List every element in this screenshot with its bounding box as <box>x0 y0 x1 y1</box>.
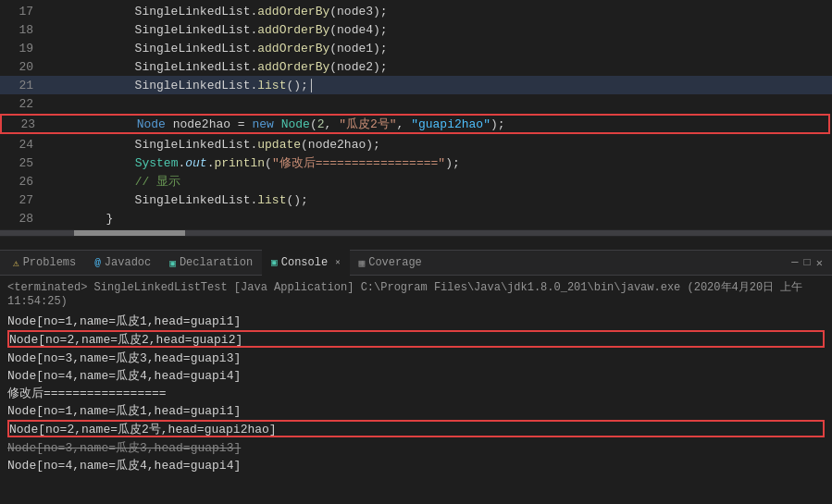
problems-icon: ⚠ <box>13 257 19 269</box>
scrollbar-track[interactable] <box>0 230 832 236</box>
line-num-17: 17 <box>0 5 44 18</box>
tab-declaration[interactable]: ▣ Declaration <box>160 250 262 276</box>
tab-console-close: ✕ <box>335 257 340 267</box>
line-content-17: SingleLinkedList.addOrderBy(node3); <box>44 5 388 18</box>
code-line-20: 20 SingleLinkedList.addOrderBy(node2); <box>0 57 832 76</box>
tab-actions: — □ ✕ <box>791 256 828 270</box>
tab-javadoc-label: Javadoc <box>105 256 151 269</box>
line-num-20: 20 <box>0 60 44 74</box>
console-line-3: Node[no=3,name=瓜皮3,head=guapi3] <box>7 349 825 366</box>
line-content-19: SingleLinkedList.addOrderBy(node1); <box>44 42 388 55</box>
console-area: <terminated> SingleLinkedListTest [Java … <box>0 276 832 477</box>
minimize-icon[interactable]: — <box>791 256 798 269</box>
tab-problems-label: Problems <box>23 256 77 269</box>
tab-coverage[interactable]: ▦ Coverage <box>350 250 431 276</box>
code-line-22: 22 <box>0 94 832 113</box>
line-num-28: 28 <box>0 212 44 226</box>
coverage-icon: ▦ <box>359 257 366 269</box>
console-line-4: Node[no=4,name=瓜皮4,head=guapi4] <box>7 366 825 384</box>
code-lines: 17 SingleLinkedList.addOrderBy(node3); 1… <box>0 0 832 229</box>
code-line-27: 27 SingleLinkedList.list(); <box>0 191 832 209</box>
code-line-26: 26 // 显示 <box>0 172 832 191</box>
line-content-27: SingleLinkedList.list(); <box>44 193 308 207</box>
line-content-23: Node node2hao = new Node(2, "瓜皮2号", "gua… <box>46 116 505 132</box>
line-num-26: 26 <box>0 175 44 189</box>
console-line-8: Node[no=3,name=瓜皮3,head=guapi3] <box>7 438 825 456</box>
console-wrapper: <terminated> SingleLinkedListTest [Java … <box>0 276 832 504</box>
console-line-6: Node[no=1,name=瓜皮1,head=guapi1] <box>7 401 825 419</box>
console-line-5: 修改后================= <box>7 384 825 401</box>
console-line-7-redbox: Node[no=2,name=瓜皮2号,head=guapi2hao] <box>7 420 825 437</box>
console-terminated-header: <terminated> SingleLinkedListTest [Java … <box>7 279 825 308</box>
tab-coverage-label: Coverage <box>368 256 422 269</box>
tab-problems[interactable]: ⚠ Problems <box>4 250 85 276</box>
javadoc-icon: @ <box>94 257 101 268</box>
line-num-27: 27 <box>0 193 44 207</box>
console-line-1: Node[no=1,name=瓜皮1,head=guapi1] <box>7 312 825 329</box>
line-content-18: SingleLinkedList.addOrderBy(node4); <box>44 23 388 37</box>
code-line-23-wrapper: 23 Node node2hao = new Node(2, "瓜皮2号", "… <box>0 114 830 134</box>
line-num-22: 22 <box>0 97 44 111</box>
tab-declaration-label: Declaration <box>180 256 253 269</box>
console-line-2-redbox: Node[no=2,name=瓜皮2,head=guapi2] <box>7 330 825 348</box>
line-num-19: 19 <box>0 42 44 55</box>
line-content-21: SingleLinkedList.list();│ <box>44 79 316 92</box>
code-line-19: 19 SingleLinkedList.addOrderBy(node1); <box>0 39 832 57</box>
line-content-26: // 显示 <box>44 173 180 190</box>
tab-console-label: Console <box>281 256 328 269</box>
declaration-icon: ▣ <box>169 257 176 269</box>
code-editor: 17 SingleLinkedList.addOrderBy(node3); 1… <box>0 0 832 250</box>
line-content-24: SingleLinkedList.update(node2hao); <box>44 138 380 152</box>
line-content-20: SingleLinkedList.addOrderBy(node2); <box>44 60 388 74</box>
close-view-icon[interactable]: ✕ <box>816 256 823 270</box>
scrollbar-thumb[interactable] <box>74 230 185 236</box>
console-icon: ▣ <box>271 256 278 268</box>
code-line-28: 28 } <box>0 209 832 227</box>
code-line-17: 17 SingleLinkedList.addOrderBy(node3); <box>0 2 832 20</box>
line-num-24: 24 <box>0 138 44 152</box>
line-num-18: 18 <box>0 23 44 37</box>
line-content-22 <box>44 97 56 111</box>
line-num-23: 23 <box>2 117 46 131</box>
console-line-9: Node[no=4,name=瓜皮4,head=guapi4] <box>7 456 825 473</box>
maximize-icon[interactable]: □ <box>804 256 811 269</box>
tab-console[interactable]: ▣ Console ✕ <box>262 250 349 276</box>
editor-scrollbar[interactable] <box>0 229 832 237</box>
app-container: 17 SingleLinkedList.addOrderBy(node3); 1… <box>0 0 832 504</box>
line-content-25: System.out.println("修改后=================… <box>44 154 460 171</box>
line-num-25: 25 <box>0 156 44 170</box>
line-num-21: 21 <box>0 79 44 92</box>
code-line-18: 18 SingleLinkedList.addOrderBy(node4); <box>0 20 832 39</box>
code-line-25: 25 System.out.println("修改后==============… <box>0 154 832 172</box>
tab-javadoc[interactable]: @ Javadoc <box>85 250 160 276</box>
line-content-28: } <box>44 212 113 226</box>
code-line-21: 21 SingleLinkedList.list();│ <box>0 76 832 94</box>
code-line-24: 24 SingleLinkedList.update(node2hao); <box>0 135 832 154</box>
tab-bar: ⚠ Problems @ Javadoc ▣ Declaration ▣ Con… <box>0 250 832 276</box>
